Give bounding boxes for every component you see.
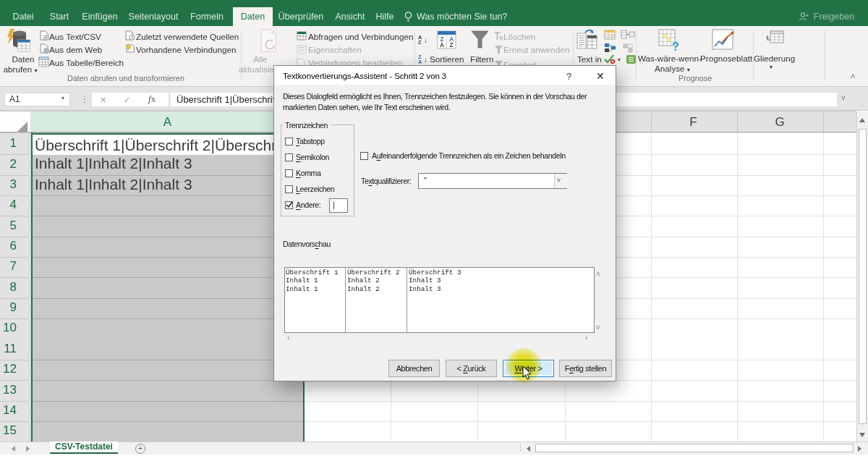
svg-text:Z: Z bbox=[449, 41, 453, 48]
svg-text:?: ? bbox=[672, 40, 679, 52]
svg-text:A: A bbox=[440, 41, 444, 48]
